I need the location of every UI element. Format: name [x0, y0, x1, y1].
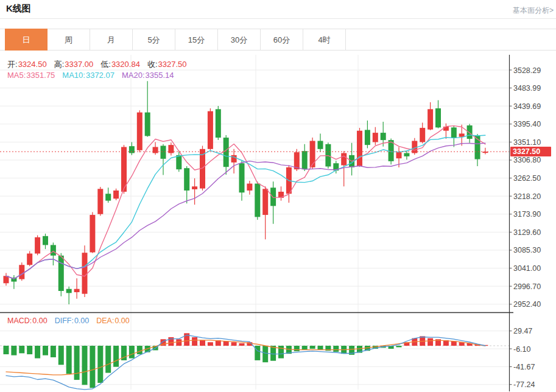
- indicator-item: DIFF:0.00: [55, 317, 90, 325]
- axis-label: 3262.50: [513, 174, 541, 183]
- macd-bar: [82, 346, 88, 385]
- indicator-label: MA10:: [62, 71, 85, 80]
- axis-label: -41.67: [513, 363, 535, 371]
- indicator-item: MA10:3372.07: [62, 71, 114, 80]
- indicator-item: MA5:3351.75: [7, 71, 55, 80]
- indicator-item: 开:3324.50: [7, 59, 47, 70]
- candle-body: [247, 184, 252, 191]
- candle-body: [161, 145, 166, 158]
- ma10-line: [6, 135, 485, 279]
- macd-bar: [318, 346, 323, 350]
- candle-body: [357, 131, 362, 166]
- indicator-label: DIFF:: [55, 317, 74, 325]
- candle-body: [270, 187, 276, 206]
- macd-bar: [97, 346, 103, 383]
- macd-bar: [4, 346, 9, 354]
- axis-label: 3483.99: [513, 84, 541, 93]
- candle-body: [373, 133, 378, 142]
- candle-body: [381, 133, 386, 140]
- candle-body: [396, 152, 402, 158]
- candle-body: [404, 153, 409, 156]
- candle-body: [302, 151, 308, 169]
- macd-bar: [451, 341, 457, 346]
- ohlc-readout: 开:3324.50高:3337.00低:3320.84收:3327.50: [7, 59, 187, 70]
- candle-body: [435, 108, 441, 127]
- candle-body: [208, 111, 213, 149]
- axis-label: 29.47: [513, 327, 532, 335]
- candle-body: [145, 113, 150, 136]
- candle-body: [341, 153, 347, 166]
- axis-label: 3306.80: [513, 156, 541, 164]
- candle-body: [129, 146, 135, 153]
- macd-bar: [58, 346, 64, 365]
- macd-bar: [137, 346, 143, 354]
- candle-body: [176, 155, 181, 169]
- macd-bar: [113, 346, 119, 367]
- candle-body: [192, 186, 197, 189]
- candle-body: [255, 184, 260, 217]
- indicator-value: 3351.75: [26, 71, 55, 80]
- candle-body: [27, 254, 32, 265]
- candle-body: [216, 109, 221, 138]
- macd-bar: [200, 340, 205, 346]
- indicator-item: MA20:3355.14: [122, 71, 174, 80]
- indicator-label: 低:: [100, 60, 111, 69]
- macd-readout: MACD:0.00DIFF:0.00DEA:0.00: [7, 317, 130, 325]
- candle-body: [82, 253, 88, 293]
- axis-label: 3173.90: [513, 210, 541, 219]
- kline-widget: K线图 基本面分析> 日周月5分15分30分60分4时 3528.293483.…: [0, 0, 556, 392]
- axis-label: -6.10: [513, 345, 531, 354]
- indicator-label: DEA:: [96, 317, 114, 325]
- indicator-value: 3337.00: [65, 60, 93, 69]
- candle-body: [137, 113, 143, 150]
- candle-body: [153, 147, 158, 153]
- candle-body: [262, 189, 268, 215]
- candle-body: [90, 215, 95, 252]
- candle-body: [97, 189, 103, 214]
- candle-body: [74, 289, 80, 292]
- indicator-value: 3324.50: [18, 60, 47, 69]
- macd-bar: [129, 346, 135, 359]
- indicator-value: 3327.50: [158, 60, 187, 69]
- current-price-badge: 3327.50: [510, 147, 551, 156]
- macd-bar: [27, 346, 32, 354]
- macd-bar: [74, 346, 80, 380]
- candle-body: [239, 163, 245, 192]
- axis-label: 3528.29: [513, 66, 541, 75]
- candle-body: [420, 128, 425, 142]
- candle-body: [35, 237, 40, 254]
- candle-body: [365, 130, 370, 145]
- macd-bar: [333, 346, 339, 352]
- macd-bar: [43, 346, 48, 355]
- candle-body: [184, 168, 189, 191]
- macd-bar: [105, 346, 111, 373]
- indicator-item: MACD:0.00: [7, 317, 48, 325]
- indicator-label: 开:: [7, 60, 18, 69]
- candle-body: [428, 109, 433, 129]
- macd-bar: [35, 346, 40, 359]
- candle-body: [58, 256, 64, 291]
- indicator-value: 0.00: [114, 317, 129, 325]
- macd-bar: [176, 339, 181, 346]
- indicator-item: 高:3337.00: [54, 59, 94, 70]
- axis-label: 2996.70: [513, 282, 541, 291]
- macd-bar: [223, 341, 229, 346]
- axis-label: 3218.20: [513, 192, 541, 201]
- macd-bar: [51, 346, 56, 357]
- candle-body: [451, 127, 457, 138]
- candle-body: [231, 155, 237, 163]
- axis-label: 3439.69: [513, 102, 541, 111]
- indicator-label: MACD:: [7, 317, 32, 325]
- macd-bar: [90, 346, 95, 388]
- indicator-item: 收:3327.50: [147, 59, 187, 70]
- axis-label: 3351.10: [513, 138, 541, 147]
- indicator-item: DEA:0.00: [96, 317, 130, 325]
- candle-body: [318, 141, 323, 149]
- macd-bar: [231, 342, 237, 346]
- axis-label: 3395.40: [513, 120, 541, 128]
- candle-body: [19, 265, 24, 279]
- macd-bar: [208, 342, 213, 346]
- candle-body: [66, 289, 72, 293]
- indicator-label: 高:: [54, 60, 65, 69]
- candle-body: [467, 125, 473, 139]
